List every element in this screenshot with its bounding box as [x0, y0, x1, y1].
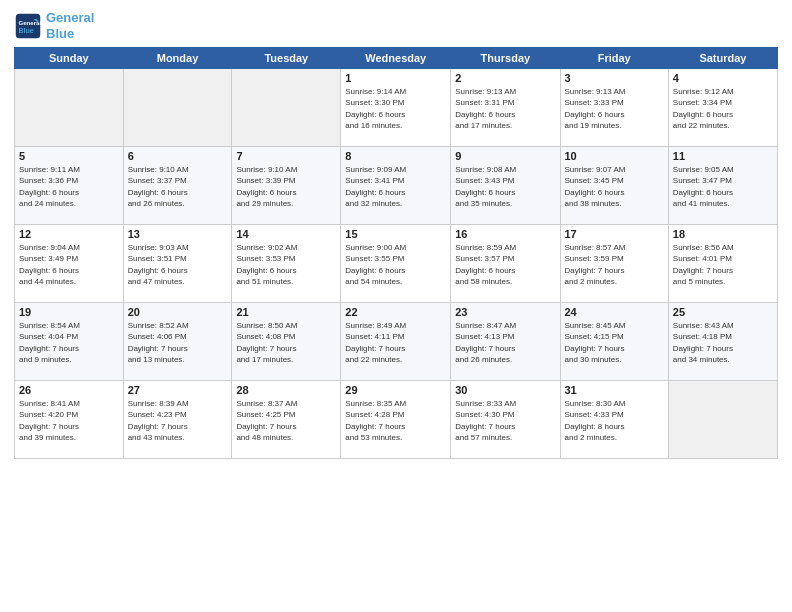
- day-info: Sunrise: 9:14 AM Sunset: 3:30 PM Dayligh…: [345, 86, 446, 131]
- day-number: 18: [673, 228, 773, 240]
- calendar-table: SundayMondayTuesdayWednesdayThursdayFrid…: [14, 47, 778, 459]
- calendar-cell: 15Sunrise: 9:00 AM Sunset: 3:55 PM Dayli…: [341, 225, 451, 303]
- day-info: Sunrise: 9:08 AM Sunset: 3:43 PM Dayligh…: [455, 164, 555, 209]
- calendar-week-2: 5Sunrise: 9:11 AM Sunset: 3:36 PM Daylig…: [15, 147, 778, 225]
- calendar-cell: 25Sunrise: 8:43 AM Sunset: 4:18 PM Dayli…: [668, 303, 777, 381]
- logo-text: General Blue: [46, 10, 94, 41]
- weekday-header-row: SundayMondayTuesdayWednesdayThursdayFrid…: [15, 48, 778, 69]
- day-info: Sunrise: 9:13 AM Sunset: 3:33 PM Dayligh…: [565, 86, 664, 131]
- weekday-wednesday: Wednesday: [341, 48, 451, 69]
- calendar-cell: 18Sunrise: 8:56 AM Sunset: 4:01 PM Dayli…: [668, 225, 777, 303]
- calendar-cell: 6Sunrise: 9:10 AM Sunset: 3:37 PM Daylig…: [123, 147, 232, 225]
- calendar-cell: 1Sunrise: 9:14 AM Sunset: 3:30 PM Daylig…: [341, 69, 451, 147]
- day-info: Sunrise: 8:41 AM Sunset: 4:20 PM Dayligh…: [19, 398, 119, 443]
- calendar-cell: 29Sunrise: 8:35 AM Sunset: 4:28 PM Dayli…: [341, 381, 451, 459]
- calendar-cell: 21Sunrise: 8:50 AM Sunset: 4:08 PM Dayli…: [232, 303, 341, 381]
- calendar-cell: [232, 69, 341, 147]
- day-info: Sunrise: 8:45 AM Sunset: 4:15 PM Dayligh…: [565, 320, 664, 365]
- svg-text:Blue: Blue: [18, 27, 33, 34]
- calendar-week-5: 26Sunrise: 8:41 AM Sunset: 4:20 PM Dayli…: [15, 381, 778, 459]
- calendar-week-1: 1Sunrise: 9:14 AM Sunset: 3:30 PM Daylig…: [15, 69, 778, 147]
- weekday-sunday: Sunday: [15, 48, 124, 69]
- day-number: 30: [455, 384, 555, 396]
- day-number: 20: [128, 306, 228, 318]
- calendar-cell: [123, 69, 232, 147]
- day-number: 19: [19, 306, 119, 318]
- logo-icon: General Blue: [14, 12, 42, 40]
- day-number: 27: [128, 384, 228, 396]
- day-number: 3: [565, 72, 664, 84]
- day-info: Sunrise: 9:10 AM Sunset: 3:37 PM Dayligh…: [128, 164, 228, 209]
- calendar-cell: 27Sunrise: 8:39 AM Sunset: 4:23 PM Dayli…: [123, 381, 232, 459]
- weekday-saturday: Saturday: [668, 48, 777, 69]
- day-info: Sunrise: 8:33 AM Sunset: 4:30 PM Dayligh…: [455, 398, 555, 443]
- day-info: Sunrise: 8:30 AM Sunset: 4:33 PM Dayligh…: [565, 398, 664, 443]
- calendar-cell: 5Sunrise: 9:11 AM Sunset: 3:36 PM Daylig…: [15, 147, 124, 225]
- day-info: Sunrise: 8:43 AM Sunset: 4:18 PM Dayligh…: [673, 320, 773, 365]
- day-info: Sunrise: 9:04 AM Sunset: 3:49 PM Dayligh…: [19, 242, 119, 287]
- day-number: 28: [236, 384, 336, 396]
- day-number: 22: [345, 306, 446, 318]
- day-number: 9: [455, 150, 555, 162]
- calendar-cell: 13Sunrise: 9:03 AM Sunset: 3:51 PM Dayli…: [123, 225, 232, 303]
- day-info: Sunrise: 8:50 AM Sunset: 4:08 PM Dayligh…: [236, 320, 336, 365]
- day-number: 13: [128, 228, 228, 240]
- calendar-cell: 26Sunrise: 8:41 AM Sunset: 4:20 PM Dayli…: [15, 381, 124, 459]
- day-number: 25: [673, 306, 773, 318]
- day-info: Sunrise: 9:07 AM Sunset: 3:45 PM Dayligh…: [565, 164, 664, 209]
- day-number: 16: [455, 228, 555, 240]
- day-info: Sunrise: 9:13 AM Sunset: 3:31 PM Dayligh…: [455, 86, 555, 131]
- calendar-cell: [15, 69, 124, 147]
- calendar-cell: 20Sunrise: 8:52 AM Sunset: 4:06 PM Dayli…: [123, 303, 232, 381]
- day-info: Sunrise: 9:10 AM Sunset: 3:39 PM Dayligh…: [236, 164, 336, 209]
- day-number: 2: [455, 72, 555, 84]
- weekday-tuesday: Tuesday: [232, 48, 341, 69]
- page-header: General Blue General Blue: [14, 10, 778, 41]
- day-number: 8: [345, 150, 446, 162]
- day-info: Sunrise: 8:39 AM Sunset: 4:23 PM Dayligh…: [128, 398, 228, 443]
- calendar-cell: 16Sunrise: 8:59 AM Sunset: 3:57 PM Dayli…: [451, 225, 560, 303]
- day-number: 29: [345, 384, 446, 396]
- calendar-week-4: 19Sunrise: 8:54 AM Sunset: 4:04 PM Dayli…: [15, 303, 778, 381]
- day-info: Sunrise: 8:57 AM Sunset: 3:59 PM Dayligh…: [565, 242, 664, 287]
- calendar-cell: 28Sunrise: 8:37 AM Sunset: 4:25 PM Dayli…: [232, 381, 341, 459]
- calendar-cell: 12Sunrise: 9:04 AM Sunset: 3:49 PM Dayli…: [15, 225, 124, 303]
- day-info: Sunrise: 9:05 AM Sunset: 3:47 PM Dayligh…: [673, 164, 773, 209]
- day-info: Sunrise: 8:56 AM Sunset: 4:01 PM Dayligh…: [673, 242, 773, 287]
- day-info: Sunrise: 9:09 AM Sunset: 3:41 PM Dayligh…: [345, 164, 446, 209]
- logo: General Blue General Blue: [14, 10, 94, 41]
- day-number: 10: [565, 150, 664, 162]
- day-number: 1: [345, 72, 446, 84]
- svg-text:General: General: [18, 19, 41, 26]
- calendar-cell: 10Sunrise: 9:07 AM Sunset: 3:45 PM Dayli…: [560, 147, 668, 225]
- calendar-cell: 22Sunrise: 8:49 AM Sunset: 4:11 PM Dayli…: [341, 303, 451, 381]
- calendar-cell: 3Sunrise: 9:13 AM Sunset: 3:33 PM Daylig…: [560, 69, 668, 147]
- day-number: 5: [19, 150, 119, 162]
- day-info: Sunrise: 8:54 AM Sunset: 4:04 PM Dayligh…: [19, 320, 119, 365]
- calendar-cell: 11Sunrise: 9:05 AM Sunset: 3:47 PM Dayli…: [668, 147, 777, 225]
- day-info: Sunrise: 8:49 AM Sunset: 4:11 PM Dayligh…: [345, 320, 446, 365]
- calendar-cell: 24Sunrise: 8:45 AM Sunset: 4:15 PM Dayli…: [560, 303, 668, 381]
- calendar-cell: 8Sunrise: 9:09 AM Sunset: 3:41 PM Daylig…: [341, 147, 451, 225]
- calendar-cell: 14Sunrise: 9:02 AM Sunset: 3:53 PM Dayli…: [232, 225, 341, 303]
- calendar-cell: 17Sunrise: 8:57 AM Sunset: 3:59 PM Dayli…: [560, 225, 668, 303]
- day-number: 24: [565, 306, 664, 318]
- day-info: Sunrise: 9:02 AM Sunset: 3:53 PM Dayligh…: [236, 242, 336, 287]
- day-number: 12: [19, 228, 119, 240]
- calendar-cell: 7Sunrise: 9:10 AM Sunset: 3:39 PM Daylig…: [232, 147, 341, 225]
- day-number: 26: [19, 384, 119, 396]
- day-number: 11: [673, 150, 773, 162]
- day-number: 23: [455, 306, 555, 318]
- day-info: Sunrise: 8:37 AM Sunset: 4:25 PM Dayligh…: [236, 398, 336, 443]
- weekday-monday: Monday: [123, 48, 232, 69]
- calendar-cell: 9Sunrise: 9:08 AM Sunset: 3:43 PM Daylig…: [451, 147, 560, 225]
- calendar-cell: 19Sunrise: 8:54 AM Sunset: 4:04 PM Dayli…: [15, 303, 124, 381]
- day-number: 7: [236, 150, 336, 162]
- day-info: Sunrise: 8:59 AM Sunset: 3:57 PM Dayligh…: [455, 242, 555, 287]
- day-number: 14: [236, 228, 336, 240]
- calendar-cell: [668, 381, 777, 459]
- day-number: 6: [128, 150, 228, 162]
- weekday-friday: Friday: [560, 48, 668, 69]
- day-number: 31: [565, 384, 664, 396]
- day-info: Sunrise: 8:52 AM Sunset: 4:06 PM Dayligh…: [128, 320, 228, 365]
